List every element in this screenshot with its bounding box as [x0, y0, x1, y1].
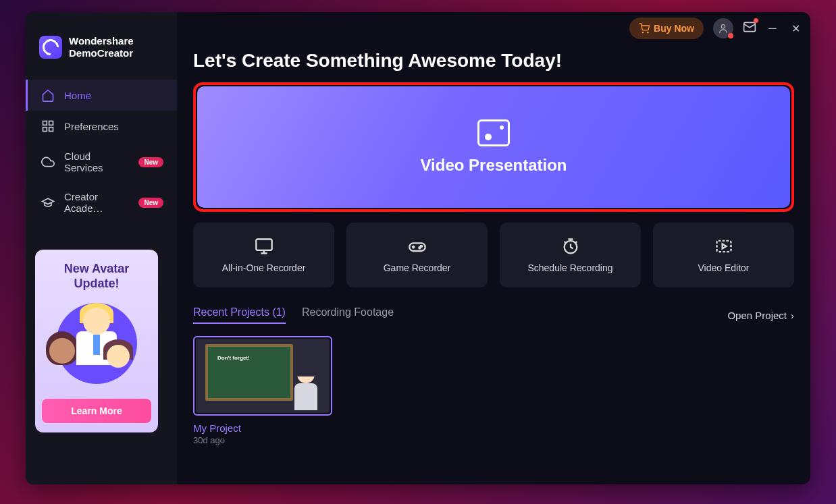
- app-window: Wondershare DemoCreator Home Preferences…: [26, 12, 810, 484]
- sidebar-item-preferences[interactable]: Preferences: [26, 111, 177, 142]
- tab-recent-projects[interactable]: Recent Projects (1): [193, 306, 286, 324]
- learn-more-button[interactable]: Learn More: [42, 399, 151, 423]
- project-thumbnail-wrap: Don't forget!: [193, 336, 332, 416]
- svg-rect-1: [49, 121, 53, 125]
- main-content: Buy Now ─ ✕ Let's Create Something Aweso…: [177, 12, 810, 484]
- topbar: Buy Now ─ ✕: [629, 18, 802, 39]
- promo-title: New Avatar Update!: [42, 262, 151, 291]
- svg-point-6: [721, 25, 725, 28]
- svg-point-5: [648, 32, 648, 32]
- video-editor-icon: [713, 237, 735, 256]
- svg-rect-2: [43, 128, 47, 132]
- promo-card: New Avatar Update! Learn More: [35, 250, 158, 432]
- sidebar-item-label: Home: [64, 90, 91, 101]
- video-presentation-card[interactable]: Video Presentation: [197, 86, 790, 208]
- svg-point-11: [419, 247, 420, 248]
- hero-label: Video Presentation: [421, 156, 567, 175]
- svg-rect-3: [49, 128, 53, 132]
- open-project-button[interactable]: Open Project ›: [727, 310, 794, 321]
- svg-rect-8: [256, 240, 271, 250]
- logo-text: Wondershare DemoCreator: [69, 35, 134, 59]
- svg-point-4: [642, 32, 643, 32]
- project-name: My Project: [193, 422, 332, 434]
- page-title: Let's Create Something Awesome Today!: [193, 50, 794, 72]
- open-project-label: Open Project: [727, 310, 787, 321]
- chevron-right-icon: ›: [791, 310, 794, 321]
- sidebar: Wondershare DemoCreator Home Preferences…: [26, 12, 177, 484]
- home-icon: [41, 88, 55, 102]
- project-tabs: Recent Projects (1) Recording Footage Op…: [193, 306, 794, 324]
- schedule-recording-card[interactable]: Schedule Recording: [500, 223, 641, 287]
- promo-illustration: [46, 298, 147, 392]
- project-thumbnail: Don't forget!: [196, 339, 330, 413]
- sidebar-item-label: Preferences: [64, 121, 119, 132]
- card-label: Schedule Recording: [527, 262, 612, 273]
- mail-button[interactable]: [743, 20, 756, 36]
- presentation-icon: [477, 119, 510, 146]
- cloud-icon: [41, 155, 55, 169]
- brand-line1: Wondershare: [69, 35, 134, 47]
- app-logo: Wondershare DemoCreator: [26, 27, 177, 73]
- all-in-one-recorder-card[interactable]: All-in-One Recorder: [193, 223, 334, 287]
- sidebar-item-label: Cloud Services: [64, 150, 129, 173]
- sidebar-item-home[interactable]: Home: [26, 80, 177, 111]
- buy-label: Buy Now: [654, 23, 694, 34]
- card-label: All-in-One Recorder: [222, 262, 306, 273]
- brand-line2: DemoCreator: [69, 47, 134, 59]
- gamepad-icon: [407, 237, 428, 256]
- minimize-button[interactable]: ─: [766, 22, 779, 34]
- monitor-icon: [253, 237, 275, 256]
- sidebar-nav: Home Preferences Cloud Services New Crea…: [26, 80, 177, 223]
- clock-icon: [560, 237, 581, 256]
- game-recorder-card[interactable]: Game Recorder: [346, 223, 488, 287]
- video-editor-card[interactable]: Video Editor: [653, 223, 794, 287]
- svg-rect-0: [43, 121, 47, 125]
- sidebar-item-cloud-services[interactable]: Cloud Services New: [26, 142, 177, 182]
- logo-icon: [39, 36, 62, 59]
- user-icon: [718, 23, 729, 34]
- buy-now-button[interactable]: Buy Now: [629, 18, 704, 39]
- user-avatar-button[interactable]: [713, 18, 733, 38]
- academy-icon: [41, 196, 55, 209]
- grid-icon: [41, 119, 55, 133]
- card-label: Game Recorder: [384, 262, 451, 273]
- tab-recording-footage[interactable]: Recording Footage: [302, 306, 394, 324]
- svg-rect-9: [409, 243, 425, 251]
- new-badge: New: [138, 157, 163, 167]
- project-item[interactable]: Don't forget! My Project 30d ago: [193, 336, 332, 445]
- mail-icon: [743, 20, 756, 34]
- card-label: Video Editor: [698, 262, 749, 273]
- project-list: Don't forget! My Project 30d ago: [193, 336, 794, 445]
- new-badge: New: [138, 198, 163, 208]
- close-button[interactable]: ✕: [789, 22, 802, 35]
- cart-icon: [639, 23, 650, 34]
- avatar-illustration: [289, 366, 323, 413]
- thumb-text: Don't forget!: [217, 355, 250, 361]
- sidebar-item-creator-academy[interactable]: Creator Acade… New: [26, 182, 177, 223]
- project-date: 30d ago: [193, 435, 332, 445]
- hero-highlight-box: Video Presentation: [193, 82, 794, 212]
- svg-rect-13: [716, 241, 731, 252]
- action-cards: All-in-One Recorder Game Recorder Schedu…: [193, 223, 794, 287]
- sidebar-item-label: Creator Acade…: [64, 191, 129, 214]
